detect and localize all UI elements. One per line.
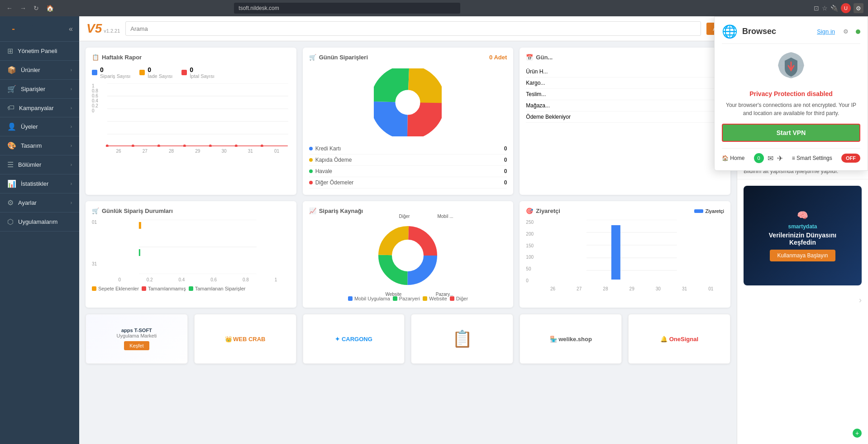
browsec-shield-svg xyxy=(773,49,809,86)
havale-dot xyxy=(309,169,313,173)
browsec-telegram-button[interactable]: ✈ xyxy=(777,154,783,163)
browsec-home-link[interactable]: 🏠 Home xyxy=(722,155,744,161)
dashboard-row-2: 🛒 Günlük Sipariş Durumları 01 31 xyxy=(86,201,730,308)
order-source-card: 📈 Sipariş Kaynağı xyxy=(303,201,514,308)
diger-source-label: Diğer xyxy=(456,296,468,301)
app-card-onesignal[interactable]: 🔔 OneSignal xyxy=(628,314,730,364)
legend-diger: Diğer xyxy=(450,296,468,301)
tsoft-kesfet-button[interactable]: Keşfet xyxy=(124,341,149,350)
browsec-smart-settings-link[interactable]: ≡ Smart Settings xyxy=(792,155,832,161)
browsec-start-vpn-button[interactable]: Start VPN xyxy=(722,124,860,142)
sepete-label: Sepete Eklenenler xyxy=(98,286,139,291)
smartydata-btn[interactable]: Kullanmaya Başlayın xyxy=(770,250,835,261)
search-input[interactable] xyxy=(125,21,701,36)
settings-button[interactable]: ⚙ xyxy=(854,3,863,13)
svg-point-7 xyxy=(106,145,109,147)
order-status-card: 🛒 Günlük Sipariş Durumları 01 31 xyxy=(86,201,296,308)
svg-rect-22 xyxy=(139,249,140,256)
svg-point-27 xyxy=(394,242,421,269)
istatistikler-arrow: › xyxy=(71,181,72,186)
today-item-odeme: Ödeme Bekleniyor 0 xyxy=(526,111,724,123)
bolumler-label: Bölümler xyxy=(18,161,41,168)
browsec-notification-count[interactable]: 0 xyxy=(754,153,764,163)
sepete-dot xyxy=(92,286,96,291)
refresh-button[interactable]: ↻ xyxy=(32,3,41,14)
sidebar-item-uyeler[interactable]: 👤 Üyeler › xyxy=(0,117,79,136)
sidebar-item-urunler[interactable]: 📦 Ürünler › xyxy=(0,61,79,80)
diger-label: Diğer Ödemeler xyxy=(315,179,354,186)
siparisler-icon: 🛒 xyxy=(7,85,16,93)
diger-source-dot xyxy=(450,296,454,301)
legend-tamamlanmamis: Tamamlanmamış xyxy=(142,286,186,291)
svg-point-11 xyxy=(209,145,212,147)
kredi-label: Kredi Kartı xyxy=(315,145,341,152)
pie-chart xyxy=(374,68,442,136)
visitor-title: Ziyaretçi xyxy=(536,208,560,214)
sidebar-logo: T-SOfT « xyxy=(0,16,79,42)
browsec-sign-in-link[interactable]: Sign in xyxy=(817,28,835,35)
app-card-cargong[interactable]: ✦ CARGONG xyxy=(303,314,405,364)
teslim-label: Teslim... xyxy=(526,91,546,97)
label-website: Website xyxy=(385,292,401,297)
order-item-kapida: Kapıda Ödeme 0 xyxy=(309,154,507,166)
browsec-email-button[interactable]: ✉ xyxy=(768,154,773,163)
bookmark-button[interactable]: ☆ xyxy=(822,5,828,12)
iptal-count: 0 xyxy=(190,66,214,73)
browsec-gear-icon[interactable]: ⚙ xyxy=(843,28,849,35)
bolumler-arrow: › xyxy=(71,162,72,167)
sidebar-toggle[interactable]: « xyxy=(69,25,73,33)
forward-button[interactable]: → xyxy=(18,3,28,14)
siparis-count: 0 xyxy=(100,66,130,73)
source-title: Sipariş Kaynağı xyxy=(319,208,363,214)
app-card-webcrab[interactable]: 👑 WEB CRAB xyxy=(194,314,296,364)
sidebar-item-uygulamalarim[interactable]: ⬡ Uygulamalarım xyxy=(0,212,79,232)
address-bar[interactable] xyxy=(234,3,460,14)
tasarim-label: Tasarım xyxy=(21,142,42,149)
welikeshop-logo: 🏪 welike.shop xyxy=(550,336,592,343)
sidebar-item-tasarim[interactable]: 🎨 Tasarım › xyxy=(0,136,79,155)
app-card-order[interactable]: 📋 + xyxy=(411,314,513,364)
legend-sepete: Sepete Eklenenler xyxy=(92,286,139,291)
app-card-welikeshop[interactable]: 🏪 welike.shop xyxy=(520,314,622,364)
profile-button[interactable]: U xyxy=(841,3,851,13)
app-card-tsoft[interactable]: apps T-SOFT Uygulama Marketi Keşfet xyxy=(86,314,188,364)
status-chart-icon: 🛒 xyxy=(92,208,99,214)
sidebar-item-ayarlar[interactable]: ⚙ Ayarlar › xyxy=(0,193,79,212)
back-button[interactable]: ← xyxy=(5,3,14,14)
uyeler-arrow: › xyxy=(71,124,72,129)
uygulamalarim-label: Uygulamalarım xyxy=(18,218,57,225)
extensions-button[interactable]: 🔌 xyxy=(830,5,838,12)
version-label: v1.2.21 xyxy=(104,28,120,34)
urunler-label: Ürünler xyxy=(21,67,40,73)
svg-point-10 xyxy=(183,145,186,147)
sidebar-item-istatistikler[interactable]: 📊 İstatistikler › xyxy=(0,174,79,193)
report-stats: 0 Sipariş Sayısı 0 İade Sayısı xyxy=(92,66,290,79)
svg-point-12 xyxy=(235,145,238,147)
diger-count: 0 xyxy=(504,179,507,186)
bar-chart-svg xyxy=(105,220,290,274)
sidebar-item-bolumler[interactable]: ☰ Bölümler › xyxy=(0,155,79,174)
home-button[interactable]: 🏠 xyxy=(44,3,56,14)
smartydata-brand: smartydata xyxy=(788,223,817,230)
svg-point-13 xyxy=(261,145,263,147)
webcrab-text: WEB CRAB xyxy=(233,336,266,343)
browsec-toggle-button[interactable]: OFF xyxy=(841,154,860,163)
cast-button[interactable]: ⊡ xyxy=(814,5,819,12)
smartydata-brand-icon: 🧠 xyxy=(797,210,808,221)
sidebar-item-kampanyalar[interactable]: 🏷 Kampanyalar › xyxy=(0,99,79,117)
cargong-logo: ✦ CARGONG xyxy=(335,336,372,343)
istatistikler-icon: 📊 xyxy=(7,179,16,188)
visitor-legend-dot xyxy=(694,209,703,213)
orders-icon: 🛒 xyxy=(309,54,316,61)
webcrab-logo: 👑 WEB CRAB xyxy=(225,336,266,343)
iade-count: 0 xyxy=(148,66,172,73)
sidebar-item-yonetim[interactable]: ⊞ Yönetim Paneli xyxy=(0,42,79,61)
odeme-label: Ödeme Bekleniyor xyxy=(526,114,571,120)
panel-next-button[interactable]: › xyxy=(859,295,862,305)
today-item-magaza: Mağaza... xyxy=(526,100,724,111)
sidebar-item-siparisler[interactable]: 🛒 Siparişler › xyxy=(0,80,79,99)
svg-rect-21 xyxy=(139,222,141,229)
iptal-dot xyxy=(181,70,187,75)
browsec-topbar: 🌐 Browsec Sign in ⚙ xyxy=(722,24,860,44)
browsec-title: Browsec xyxy=(742,27,776,36)
